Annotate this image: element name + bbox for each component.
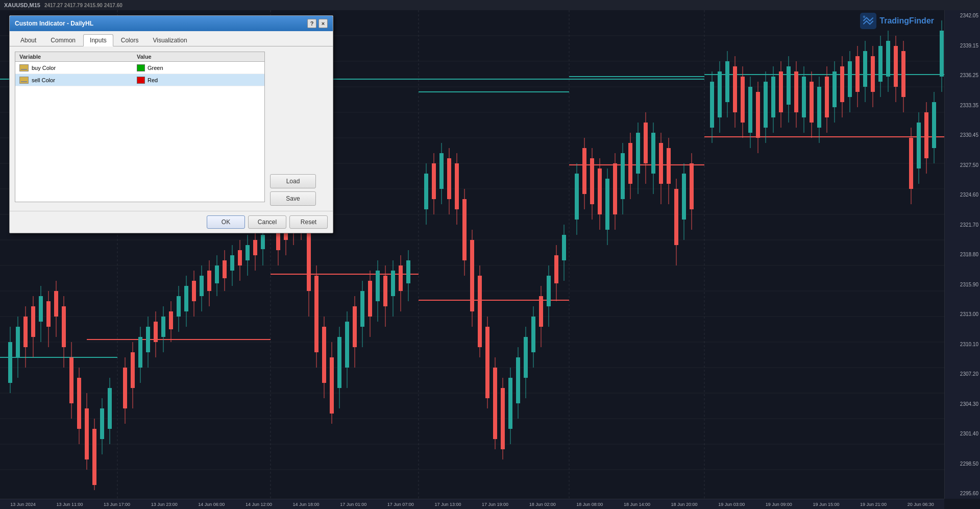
close-button[interactable]: × [318,19,328,28]
svg-rect-195 [651,133,655,174]
time-label: 19 Jun 21:00 [860,502,887,507]
cancel-button[interactable]: Cancel [248,215,286,229]
svg-rect-193 [644,123,648,163]
svg-rect-47 [54,291,58,317]
svg-rect-121 [353,306,357,347]
time-label: 17 Jun 07:00 [387,502,414,507]
svg-rect-163 [524,337,528,378]
svg-rect-137 [424,174,428,209]
svg-rect-39 [23,317,28,347]
svg-rect-119 [345,322,349,368]
svg-rect-181 [598,168,602,214]
svg-rect-151 [478,276,482,347]
reset-button[interactable]: Reset [289,215,328,229]
table-row[interactable]: sell Color Red [15,74,264,86]
svg-rect-43 [39,296,43,322]
tab-bar: About Common Inputs Colors Visualization [10,31,333,46]
svg-rect-135 [406,260,410,283]
svg-rect-171 [554,255,558,283]
svg-rect-229 [794,71,798,112]
time-label: 19 Jun 09:00 [766,502,792,507]
tab-visualization[interactable]: Visualization [146,34,193,46]
dialog-controls: ? × [307,19,328,28]
svg-rect-227 [787,66,791,105]
variable-cell: buy Color [19,64,137,71]
svg-rect-177 [582,148,586,194]
color-swatch[interactable] [137,77,145,84]
svg-rect-201 [674,189,678,245]
svg-rect-37 [16,327,20,357]
svg-rect-189 [628,143,632,184]
svg-rect-251 [878,46,883,82]
ok-button[interactable]: OK [207,215,245,229]
svg-point-269 [863,16,866,18]
color-label-icon [19,77,29,84]
time-label: 14 Jun 12:00 [246,502,272,507]
svg-rect-245 [855,56,860,92]
table-row[interactable]: buy Color Green [15,62,264,74]
time-label: 18 Jun 02:00 [529,502,556,507]
svg-rect-131 [391,271,395,296]
svg-rect-203 [682,174,686,220]
time-label: 17 Jun 13:00 [434,502,461,507]
svg-rect-65 [131,352,135,388]
svg-rect-165 [531,317,535,352]
price-label: 2339.15 [946,43,978,49]
svg-rect-57 [92,429,96,485]
time-label: 17 Jun 01:00 [340,502,366,507]
dialog-footer: OK Cancel Reset [10,211,333,233]
trading-finder-logo: TradingFinder [860,13,934,29]
svg-rect-149 [470,240,474,311]
svg-rect-259 [909,138,913,189]
svg-rect-61 [108,388,112,429]
svg-rect-183 [605,179,609,230]
svg-rect-243 [848,61,852,97]
tab-common[interactable]: Common [44,34,82,46]
tab-inputs[interactable]: Inputs [83,34,113,46]
svg-rect-257 [901,51,905,97]
svg-rect-53 [77,378,81,429]
dialog-titlebar: Custom Indicator - DailyHL ? × [10,16,333,31]
value-cell: Red [137,77,260,84]
svg-rect-147 [462,199,467,260]
time-axis: 13 Jun 2024 13 Jun 11:00 13 Jun 17:00 13… [0,499,944,509]
save-button[interactable]: Save [270,191,316,206]
inputs-table[interactable]: Variable Value buy Color Green [15,52,265,202]
time-label: 19 Jun 03:00 [718,502,745,507]
svg-rect-267 [940,31,944,77]
svg-rect-89 [223,260,227,278]
svg-rect-231 [802,77,806,117]
svg-rect-81 [192,281,196,301]
svg-rect-63 [123,368,127,408]
table-header: Variable Value [15,52,264,62]
logo-text: TradingFinder [879,16,934,26]
time-label: 13 Jun 23:00 [151,502,178,507]
price-label: 2310.10 [946,342,978,347]
svg-rect-169 [547,276,551,306]
svg-rect-233 [810,82,814,123]
tab-about[interactable]: About [14,34,43,46]
svg-rect-209 [718,71,722,117]
svg-rect-155 [493,368,497,439]
svg-rect-249 [871,56,875,92]
chart-prices: 2417.27 2417.79 2415.90 2417.60 [44,3,122,8]
tab-colors[interactable]: Colors [114,34,145,46]
price-label: 2333.35 [946,103,978,108]
svg-rect-161 [516,357,520,403]
svg-rect-129 [383,276,387,306]
time-label: 18 Jun 08:00 [576,502,603,507]
svg-rect-241 [840,66,844,102]
svg-rect-83 [200,276,204,296]
svg-rect-157 [501,388,505,449]
svg-rect-265 [932,102,936,148]
svg-rect-261 [917,123,921,168]
color-swatch[interactable] [137,64,145,71]
help-button[interactable]: ? [307,19,316,28]
svg-rect-127 [376,271,380,301]
svg-rect-217 [748,87,752,133]
time-label: 19 Jun 15:00 [813,502,839,507]
dialog-title: Custom Indicator - DailyHL [15,20,93,27]
svg-rect-91 [230,255,234,271]
svg-rect-123 [360,291,364,327]
load-button[interactable]: Load [270,174,316,188]
